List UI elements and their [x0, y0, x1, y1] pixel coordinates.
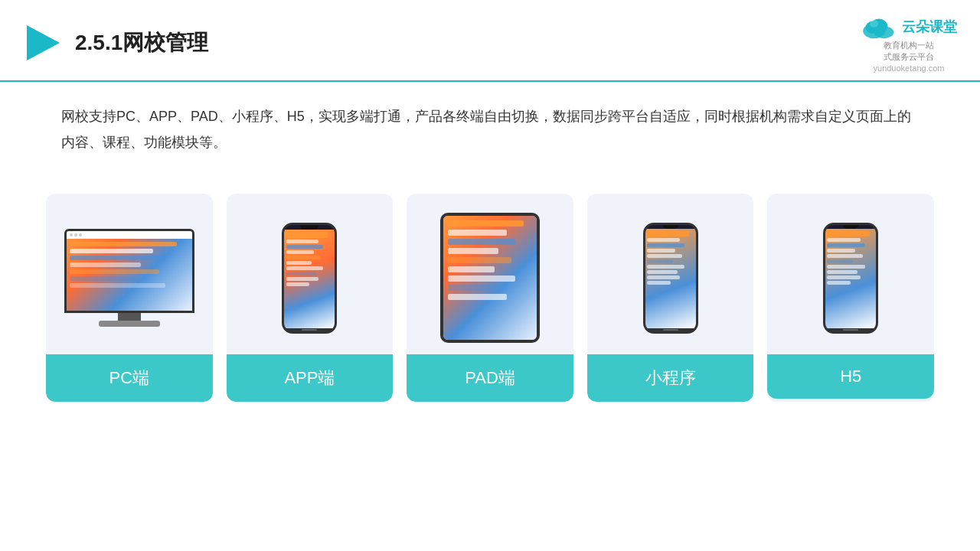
card-pc-label: PC端: [46, 354, 213, 402]
card-miniprogram-label: 小程序: [587, 354, 754, 402]
mini-phone-h5: [823, 223, 878, 334]
brand-subtitle: 教育机构一站式服务云平台: [884, 40, 934, 64]
mini-phone-screen-miniprogram: [645, 229, 696, 328]
mini-phone-miniprogram: [643, 223, 698, 334]
card-pc-image: [46, 194, 213, 354]
brand-logo: 云朵课堂: [861, 14, 957, 40]
brand-play-icon: [23, 24, 61, 62]
brand-area: 云朵课堂 教育机构一站式服务云平台 yunduoketang.com: [861, 14, 957, 73]
page-title: 2.5.1网校管理: [75, 28, 208, 57]
pc-mockup: [64, 229, 194, 327]
description-text: 网校支持PC、APP、PAD、小程序、H5，实现多端打通，产品各终端自由切换，数…: [0, 82, 980, 163]
svg-marker-0: [27, 25, 60, 60]
card-app: APP端: [227, 194, 394, 402]
tablet-mockup: [440, 213, 540, 343]
platform-cards: PC端: [0, 171, 980, 402]
phone-body-app: [282, 223, 337, 334]
pc-screen: [64, 229, 194, 313]
phone-screen-app: [284, 230, 335, 328]
brand-name: 云朵课堂: [902, 18, 957, 36]
card-h5-image: [767, 194, 934, 354]
tablet-body: [440, 213, 540, 343]
brand-url: yunduoketang.com: [874, 64, 945, 73]
tablet-screen: [443, 216, 537, 340]
phone-mockup-app: [282, 223, 337, 334]
card-app-image: [227, 194, 394, 354]
svg-point-5: [870, 20, 878, 28]
card-h5-label: H5: [767, 354, 934, 399]
cloud-icon: [861, 14, 897, 40]
header-left: 2.5.1网校管理: [23, 24, 208, 62]
header: 2.5.1网校管理 云朵课堂 教育机构一站式服务云平台 yunduoketang…: [0, 0, 980, 82]
mini-phone-screen-h5: [825, 229, 876, 328]
card-pad-label: PAD端: [407, 354, 573, 402]
card-pc: PC端: [46, 194, 213, 402]
card-app-label: APP端: [227, 354, 394, 402]
card-h5: H5: [767, 194, 934, 402]
card-pad-image: [407, 194, 573, 354]
card-pad: PAD端: [407, 194, 573, 402]
card-miniprogram-image: [587, 194, 754, 354]
card-miniprogram: 小程序: [587, 194, 754, 402]
